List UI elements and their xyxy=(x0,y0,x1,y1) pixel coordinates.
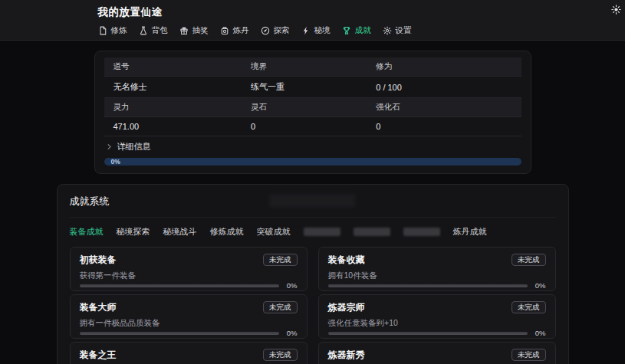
gear-icon xyxy=(383,26,392,35)
nav-tab-label: 抽奖 xyxy=(192,25,209,36)
compass-icon xyxy=(261,26,270,35)
achievement-title: 初获装备 xyxy=(80,254,117,267)
achievement-card: 炼器新秀 未完成 初次强化装备 0% xyxy=(318,342,556,364)
tab-redacted-3[interactable] xyxy=(403,228,440,236)
status-badge: 未完成 xyxy=(512,301,546,313)
tab-realm-explore[interactable]: 秘境探索 xyxy=(117,226,150,238)
achievement-title: 炼器宗师 xyxy=(328,301,365,314)
nav-tab-label: 成就 xyxy=(355,25,371,36)
furnace-icon xyxy=(220,26,229,35)
achievement-card: 装备之王 未完成 拥有一套完整的极品装备 0% xyxy=(70,342,308,364)
col-header-spirit-power: 灵力 xyxy=(104,98,242,117)
trophy-icon xyxy=(342,26,351,35)
col-header-cultivation: 修为 xyxy=(367,57,521,77)
blurred-watermark xyxy=(269,194,355,208)
tab-redacted-1[interactable] xyxy=(304,228,340,236)
nav-tab-settings[interactable]: 设置 xyxy=(383,25,412,36)
cultivation-progress-label: 0% xyxy=(111,158,120,166)
col-header-enhance-stone: 强化石 xyxy=(367,98,521,117)
details-expander[interactable]: 详细信息 xyxy=(104,136,521,156)
nav-tab-label: 秘境 xyxy=(314,25,331,36)
flask-icon xyxy=(139,26,148,35)
app-header: 我的放置仙途 修炼 背包 抽奖 炼丹 探索 xyxy=(0,0,625,41)
achievements-panel: 成就系统 装备成就 秘境探索 秘境战斗 修炼成就 突破成就 炼丹成就 初获装备 … xyxy=(57,184,569,364)
nav-tab-cultivation[interactable]: 修炼 xyxy=(98,25,127,36)
nav-tab-label: 炼丹 xyxy=(233,25,249,36)
gift-icon xyxy=(179,26,189,35)
enhance-stone-value: 0 xyxy=(367,117,521,136)
achievement-progress-label: 0% xyxy=(534,329,546,337)
nav-tab-lottery[interactable]: 抽奖 xyxy=(179,25,209,36)
lightning-icon xyxy=(301,26,311,35)
main-nav: 修炼 背包 抽奖 炼丹 探索 秘境 xyxy=(98,25,528,36)
achievement-card: 装备大师 未完成 拥有一件极品品质装备 0% xyxy=(70,294,308,339)
achievement-cards-grid: 初获装备 未完成 获得第一件装备 0% 装备收藏 未完成 拥有10件装备 0% … xyxy=(70,247,556,364)
chevron-right-icon xyxy=(106,143,113,150)
realm-value: 练气一重 xyxy=(242,77,367,98)
col-header-dao-name: 道号 xyxy=(104,57,242,77)
col-header-realm: 境界 xyxy=(242,57,367,77)
tab-equipment-achievements[interactable]: 装备成就 xyxy=(70,226,104,238)
document-icon xyxy=(98,26,107,35)
achievement-progress-label: 0% xyxy=(285,281,298,290)
achievement-progress-label: 0% xyxy=(534,281,546,290)
status-badge: 未完成 xyxy=(512,254,546,266)
status-badge: 未完成 xyxy=(263,301,298,313)
tab-alchemy-achievements[interactable]: 炼丹成就 xyxy=(453,226,487,238)
nav-tab-label: 修炼 xyxy=(111,25,127,36)
achievement-title: 装备大师 xyxy=(80,301,117,314)
character-stats-panel: 道号 境界 修为 无名修士 练气一重 0 / 100 灵力 灵石 强化石 471… xyxy=(94,51,531,174)
col-header-spirit-stone: 灵石 xyxy=(242,98,367,117)
dao-name-value: 无名修士 xyxy=(104,77,242,98)
cultivation-value: 0 / 100 xyxy=(367,77,521,98)
achievement-progress-label: 0% xyxy=(285,329,298,337)
achievement-card: 初获装备 未完成 获得第一件装备 0% xyxy=(70,247,308,291)
achievement-progress-bar xyxy=(328,332,528,335)
cultivation-progress-bar: 0% xyxy=(104,158,521,166)
achievement-progress-bar xyxy=(328,284,528,287)
character-stats-table: 道号 境界 修为 无名修士 练气一重 0 / 100 灵力 灵石 强化石 471… xyxy=(104,57,521,136)
achievement-desc: 获得第一件装备 xyxy=(80,271,298,281)
achievement-progress-bar xyxy=(80,284,279,287)
spirit-stone-value: 0 xyxy=(242,117,367,136)
achievement-title: 炼器新秀 xyxy=(328,349,365,362)
achievement-desc: 拥有一件极品品质装备 xyxy=(80,318,298,329)
status-badge: 未完成 xyxy=(263,349,298,361)
theme-toggle-button[interactable] xyxy=(611,5,621,15)
nav-tab-label: 背包 xyxy=(152,25,168,36)
spirit-power-value: 471.00 xyxy=(104,117,242,136)
nav-tab-label: 设置 xyxy=(396,25,412,36)
details-expander-label: 详细信息 xyxy=(117,141,151,152)
achievement-desc: 强化任意装备到+10 xyxy=(328,318,546,329)
sun-icon xyxy=(611,4,621,17)
tab-realm-combat[interactable]: 秘境战斗 xyxy=(163,226,197,238)
nav-tab-label: 探索 xyxy=(274,25,290,36)
nav-tab-secret-realm[interactable]: 秘境 xyxy=(301,25,331,36)
nav-tab-achievements[interactable]: 成就 xyxy=(342,25,371,36)
tab-redacted-2[interactable] xyxy=(354,228,390,236)
tab-breakthrough-achievements[interactable]: 突破成就 xyxy=(257,226,291,238)
achievement-progress-bar xyxy=(80,332,279,335)
achievement-category-tabs: 装备成就 秘境探索 秘境战斗 修炼成就 突破成就 炼丹成就 xyxy=(70,226,556,238)
nav-tab-explore[interactable]: 探索 xyxy=(261,25,290,36)
achievement-desc: 拥有10件装备 xyxy=(328,271,546,281)
achievement-title: 装备收藏 xyxy=(328,254,365,267)
nav-tab-alchemy[interactable]: 炼丹 xyxy=(220,25,249,36)
nav-tab-inventory[interactable]: 背包 xyxy=(139,25,168,36)
status-badge: 未完成 xyxy=(263,254,298,266)
achievement-card: 炼器宗师 未完成 强化任意装备到+10 0% xyxy=(318,294,556,339)
tab-cultivation-achievements[interactable]: 修炼成就 xyxy=(210,226,244,238)
status-badge: 未完成 xyxy=(512,349,546,361)
achievement-card: 装备收藏 未完成 拥有10件装备 0% xyxy=(318,247,556,291)
achievement-title: 装备之王 xyxy=(80,349,117,362)
app-title: 我的放置仙途 xyxy=(98,5,528,19)
